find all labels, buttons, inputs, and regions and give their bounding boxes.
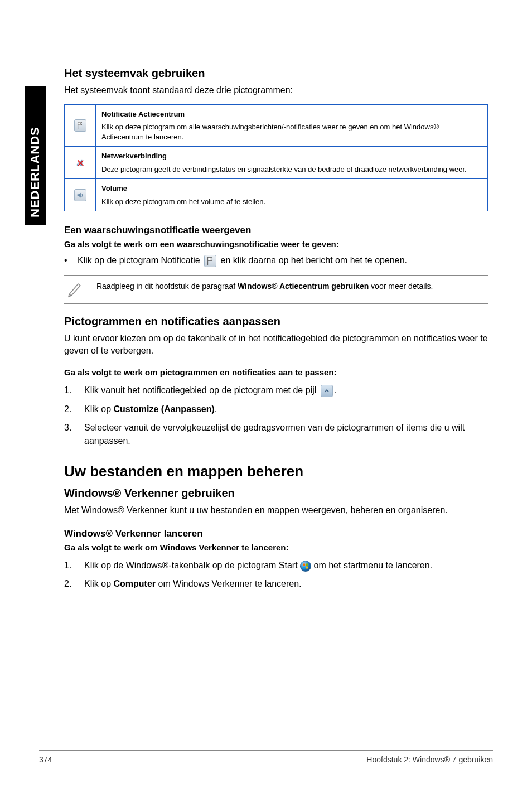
row-title: Netwerkverbinding (101, 151, 482, 161)
step-number: 1. (64, 559, 74, 572)
heading-verkenner-lanceren: Windows® Verkenner lanceren (64, 528, 488, 539)
network-desc-cell: Netwerkverbinding Deze pictogram geeft d… (96, 147, 488, 179)
bullet-notification: • Klik op de pictogram Notificatie en kl… (64, 254, 488, 267)
list-item: 1. Klik vanuit het notificatiegebied op … (64, 384, 488, 397)
svg-rect-7 (306, 564, 308, 566)
step-number: 1. (64, 384, 74, 397)
row-desc: Deze pictogram geeft de verbindingstatus… (101, 165, 467, 173)
text-part: Klik op (84, 404, 113, 414)
step-text: Klik op de Windows®-takenbalk op de pict… (84, 559, 488, 572)
row-title: Notificatie Actiecentrum (101, 109, 482, 119)
flag-icon (204, 255, 216, 267)
network-icon-cell (65, 147, 96, 179)
text-part: en klik daarna op het bericht om het te … (221, 255, 407, 265)
text-part: Klik op de pictogram Notificatie (78, 255, 202, 265)
table-row: Netwerkverbinding Deze pictogram geeft d… (65, 147, 488, 179)
flag-desc-cell: Notificatie Actiecentrum Klik op deze pi… (96, 104, 488, 147)
intro-systeemvak: Het systeemvak toont standaard deze drie… (64, 84, 488, 96)
step-text: Klik op Computer om Windows Verkenner te… (84, 577, 488, 590)
lead-pictogrammen: Ga als volgt te werk om pictogrammen en … (64, 368, 488, 377)
table-row: Notificatie Actiecentrum Klik op deze pi… (65, 104, 488, 147)
text-part: voor meer details. (369, 282, 433, 291)
chapter-label: Hoofdstuk 2: Windows® 7 gebruiken (366, 755, 493, 764)
table-row: Volume Klik op deze pictogram om het vol… (65, 179, 488, 211)
text-part: Klik op de Windows®-takenbalk op de pict… (84, 561, 300, 570)
list-item: 3. Selecteer vanuit de vervolgkeuzelijst… (64, 421, 488, 447)
network-icon (74, 157, 86, 169)
flag-icon-cell (65, 104, 96, 147)
text-part: . (215, 404, 217, 414)
volume-icon-cell (65, 179, 96, 211)
note-text: Raadpleeg in dit hoofdstuk de paragraaf … (96, 281, 433, 292)
language-side-tab: NEDERLANDS (25, 86, 46, 225)
svg-rect-6 (303, 564, 306, 566)
lead-waarschuwing: Ga als volgt te werk om een waarschuwing… (64, 239, 488, 249)
row-desc: Klik op deze pictogram om alle waarschuw… (101, 123, 439, 141)
flag-icon (74, 119, 86, 132)
step-number: 2. (64, 577, 74, 590)
list-item: 2. Klik op Customize (Aanpassen). (64, 403, 488, 416)
heading-waarschuwing: Een waarschuwingsnotificatie weergeven (64, 225, 488, 236)
text-verkenner-gebruiken: Met Windows® Verkenner kunt u uw bestand… (64, 504, 488, 516)
bullet-dot: • (64, 254, 67, 267)
text-part: om het startmenu te lanceren. (314, 561, 433, 570)
bullet-text: Klik op de pictogram Notificatie en klik… (78, 254, 407, 267)
step-number: 3. (64, 421, 74, 447)
step-text: Klik vanuit het notificatiegebied op de … (84, 384, 488, 397)
text-part: Raadpleeg in dit hoofdstuk de paragraaf (96, 282, 238, 291)
list-item: 1. Klik op de Windows®-takenbalk op de p… (64, 559, 488, 572)
intro-pictogrammen: U kunt ervoor kiezen om op de takenbalk … (64, 332, 488, 356)
svg-rect-9 (306, 567, 308, 569)
pencil-icon (64, 281, 86, 298)
tray-icons-table: Notificatie Actiecentrum Klik op deze pi… (64, 104, 488, 212)
step-text: Selecteer vanuit de vervolgkeuzelijst de… (84, 421, 488, 447)
speaker-icon (74, 189, 86, 201)
list-item: 2. Klik op Computer om Windows Verkenner… (64, 577, 488, 590)
svg-rect-8 (303, 567, 306, 569)
text-bold: Customize (Aanpassen) (113, 404, 214, 414)
text-bold: Computer (113, 579, 156, 588)
start-orb-icon (300, 561, 311, 572)
heading-pictogrammen: Pictogrammen en notificaties aanpassen (64, 315, 488, 328)
page-number: 374 (39, 755, 52, 764)
text-bold: Windows® Actiecentrum gebruiken (238, 282, 369, 291)
text-part: Klik op (84, 579, 113, 588)
text-part: om Windows Verkenner te lanceren. (156, 579, 301, 588)
steps-verkenner: 1. Klik op de Windows®-takenbalk op de p… (64, 559, 488, 590)
page-content: Het systeemvak gebruiken Het systeemvak … (64, 67, 488, 596)
heading-systeemvak: Het systeemvak gebruiken (64, 67, 488, 80)
row-title: Volume (101, 183, 482, 194)
step-text: Klik op Customize (Aanpassen). (84, 403, 488, 416)
heading-bestanden: Uw bestanden en mappen beheren (64, 463, 488, 480)
note-box: Raadpleeg in dit hoofdstuk de paragraaf … (64, 275, 488, 304)
volume-desc-cell: Volume Klik op deze pictogram om het vol… (96, 179, 488, 211)
row-desc: Klik op deze pictogram om het volume af … (101, 197, 265, 206)
lead-verkenner-lanceren: Ga als volgt te werk om Windows Verkenne… (64, 543, 488, 552)
steps-pictogrammen: 1. Klik vanuit het notificatiegebied op … (64, 384, 488, 447)
chevron-up-icon (321, 385, 333, 397)
page-footer: 374 Hoofdstuk 2: Windows® 7 gebruiken (39, 750, 493, 764)
heading-verkenner-gebruiken: Windows® Verkenner gebruiken (64, 487, 488, 500)
text-part: Klik vanuit het notificatiegebied op de … (84, 385, 319, 395)
step-number: 2. (64, 403, 74, 416)
text-part: . (335, 385, 337, 395)
